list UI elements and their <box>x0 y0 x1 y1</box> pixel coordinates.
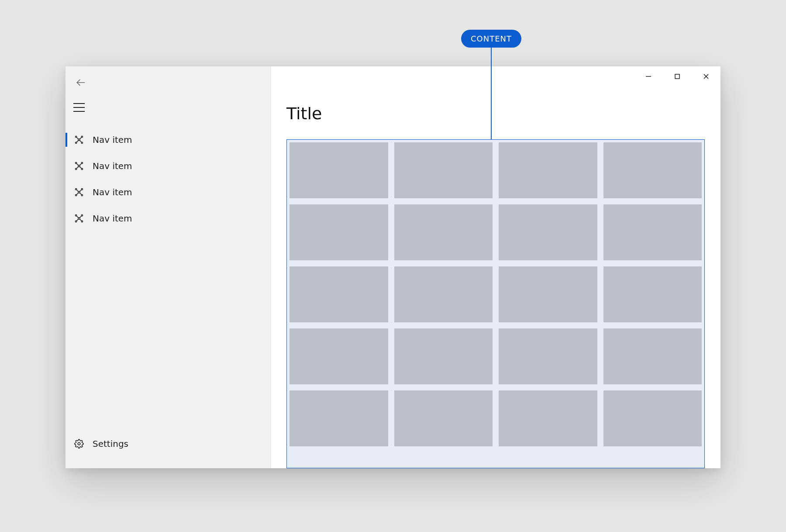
hamburger-bar-icon <box>73 107 85 108</box>
grid-tile[interactable] <box>394 390 493 446</box>
svg-point-28 <box>78 218 80 219</box>
svg-line-36 <box>80 219 82 221</box>
nav-item-label: Nav item <box>93 187 132 197</box>
grid-tile[interactable] <box>499 142 597 198</box>
hamburger-bar-icon <box>73 103 85 104</box>
navigation-pane: Nav item Nav item Nav item Nav item <box>66 66 271 468</box>
grid-tile[interactable] <box>499 328 597 384</box>
svg-line-35 <box>77 219 79 221</box>
svg-point-23 <box>81 194 83 196</box>
grid-tile[interactable] <box>499 266 597 322</box>
gear-icon <box>74 439 84 449</box>
svg-point-19 <box>78 191 80 193</box>
svg-line-34 <box>80 216 82 218</box>
svg-point-10 <box>78 165 80 167</box>
app-window: Nav item Nav item Nav item Nav item <box>66 66 720 468</box>
annotation-connector-line <box>491 45 492 140</box>
svg-line-18 <box>80 167 82 169</box>
svg-point-5 <box>81 142 83 143</box>
svg-line-17 <box>77 167 79 169</box>
svg-rect-39 <box>675 74 679 79</box>
svg-point-2 <box>75 136 76 137</box>
minimize-icon <box>645 73 652 79</box>
close-button[interactable] <box>692 66 720 86</box>
nav-item-2[interactable]: Nav item <box>66 179 270 205</box>
grid-tile[interactable] <box>394 328 493 384</box>
back-button[interactable] <box>73 75 88 90</box>
svg-point-13 <box>75 168 76 169</box>
grid-tile[interactable] <box>290 266 388 322</box>
nav-item-0[interactable]: Nav item <box>66 127 270 153</box>
nav-item-label: Nav item <box>93 213 132 224</box>
grid-tile[interactable] <box>499 390 597 446</box>
grid-tile[interactable] <box>603 328 702 384</box>
content-region-outline <box>286 139 705 468</box>
grid-tile[interactable] <box>603 204 702 260</box>
svg-point-31 <box>75 221 76 222</box>
maximize-icon <box>674 73 680 79</box>
back-arrow-icon <box>75 77 86 88</box>
hamburger-bar-icon <box>73 111 85 112</box>
svg-line-6 <box>77 138 79 139</box>
svg-line-25 <box>80 190 82 192</box>
svg-line-26 <box>77 193 79 195</box>
nav-item-label: Nav item <box>93 161 132 171</box>
svg-point-32 <box>81 221 83 222</box>
svg-point-4 <box>75 142 76 143</box>
grid-tile[interactable] <box>394 204 493 260</box>
grid-tile[interactable] <box>394 266 493 322</box>
grid-tile[interactable] <box>290 328 388 384</box>
minimize-button[interactable] <box>634 66 663 86</box>
nav-items-list: Nav item Nav item Nav item Nav item <box>66 127 270 231</box>
grid-tile[interactable] <box>290 390 388 446</box>
nav-item-icon <box>74 161 84 171</box>
svg-point-20 <box>75 188 76 190</box>
settings-nav-item[interactable]: Settings <box>66 431 270 457</box>
grid-tile[interactable] <box>603 142 702 198</box>
svg-point-1 <box>78 139 80 141</box>
svg-line-7 <box>80 138 82 139</box>
svg-line-9 <box>80 141 82 142</box>
nav-item-icon <box>74 187 84 197</box>
page-title: Title <box>286 104 322 123</box>
svg-line-15 <box>77 164 79 166</box>
svg-point-30 <box>81 214 83 216</box>
svg-point-14 <box>81 168 83 169</box>
svg-line-8 <box>77 141 79 142</box>
svg-point-22 <box>75 194 76 196</box>
content-area: Title <box>271 66 720 468</box>
grid-tile[interactable] <box>603 266 702 322</box>
close-icon <box>703 73 709 79</box>
svg-point-21 <box>81 188 83 190</box>
content-grid <box>290 142 702 465</box>
settings-label: Settings <box>93 439 128 449</box>
grid-tile[interactable] <box>290 204 388 260</box>
nav-item-3[interactable]: Nav item <box>66 205 270 231</box>
nav-item-icon <box>74 214 84 223</box>
maximize-button[interactable] <box>663 66 692 86</box>
svg-line-24 <box>77 190 79 192</box>
nav-item-1[interactable]: Nav item <box>66 153 270 179</box>
annotation-content-pill: CONTENT <box>461 30 521 48</box>
svg-point-29 <box>75 214 76 216</box>
nav-item-label: Nav item <box>93 135 132 145</box>
grid-tile[interactable] <box>499 204 597 260</box>
svg-point-12 <box>81 162 83 163</box>
svg-line-33 <box>77 216 79 218</box>
hamburger-menu-button[interactable] <box>73 102 88 113</box>
grid-tile[interactable] <box>290 142 388 198</box>
svg-point-37 <box>78 442 80 445</box>
svg-line-16 <box>80 164 82 166</box>
grid-tile[interactable] <box>394 142 493 198</box>
window-caption-buttons <box>634 66 720 86</box>
svg-point-3 <box>81 136 83 137</box>
grid-tile[interactable] <box>603 390 702 446</box>
svg-point-11 <box>75 162 76 163</box>
svg-line-27 <box>80 193 82 195</box>
nav-item-icon <box>74 135 84 145</box>
